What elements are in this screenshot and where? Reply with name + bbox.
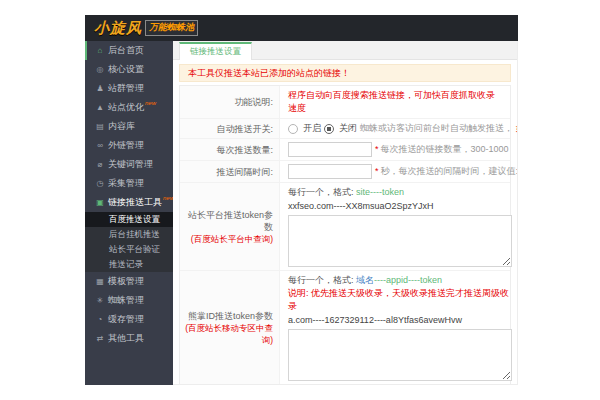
format-prefix: 每行一个，格式: <box>288 275 356 285</box>
spider-icon: ✳ <box>95 291 105 310</box>
token-example: xxfseo.com----XX8msuaO2SpzYJxH <box>288 200 512 213</box>
form-row-push-interval: 推送间隔时间: *秒，每次推送的间隔时间，建议值: 60-300 <box>180 161 510 183</box>
submenu-item-push-records[interactable]: 推送记录 <box>85 257 173 272</box>
tab-link-push-settings[interactable]: 链接推送设置 <box>179 42 252 60</box>
new-badge: new <box>145 100 156 106</box>
push-interval-hint: 秒，每次推送的间隔时间，建议值: 60-300 <box>381 166 518 176</box>
sidebar-nav: ⌂后台首页 ◎核心设置 ♟站群管理 ▲站点优化new ▤内容库 ∞外链管理 ⌀关… <box>85 41 173 385</box>
warning-banner: 本工具仅推送本站已添加的站点的链接！ <box>179 64 511 82</box>
sidebar-item-content-library[interactable]: ▤内容库 <box>85 117 173 136</box>
zhanzhang-token-textarea[interactable] <box>288 215 512 267</box>
required-star: * <box>375 166 379 176</box>
cache-icon: ◔ <box>95 310 105 329</box>
auto-switch-note: 蜘蛛或访客访问前台时自动触发推送， <box>360 122 513 135</box>
logo-suffix-badge: 万能蜘蛛池 <box>145 20 198 36</box>
template-icon: ▦ <box>95 272 105 291</box>
radio-on-label[interactable]: 开启 <box>303 122 321 135</box>
sidebar-item-label: 站点优化 <box>108 102 144 112</box>
format-prefix: 每行一个，格式: <box>288 187 356 197</box>
sidebar-item-label: 链接推送工具 <box>108 197 162 207</box>
submenu-item-baidu-push-settings[interactable]: 百度推送设置 <box>85 212 173 227</box>
function-desc-text: 程序自动向百度搜索推送链接，可加快百度抓取收录速度 <box>288 89 502 115</box>
sidebar-item-templates[interactable]: ▦模板管理 <box>85 272 173 291</box>
sidebar-item-core-settings[interactable]: ◎核心设置 <box>85 60 173 79</box>
format-domain: 域名 <box>356 275 374 285</box>
xiongzhang-note: 说明: 优先推送天级收录，天级收录推送完才推送周级收录 <box>288 287 512 313</box>
token-example: a.com----1627329112----al8Ytfas6avewHvw <box>288 314 512 327</box>
sidebar-item-keywords[interactable]: ⌀关键词管理 <box>85 155 173 174</box>
xiongzhang-token-textarea[interactable] <box>288 329 512 381</box>
sidebar-item-site-optimize[interactable]: ▲站点优化new <box>85 98 173 117</box>
zhanzhang-token-label: 站长平台推送token参数 <box>182 209 273 233</box>
field-label: 推送间隔时间: <box>180 161 280 182</box>
keyword-icon: ⌀ <box>95 155 105 174</box>
submenu-item-backend-hangup-push[interactable]: 后台挂机推送 <box>85 227 173 242</box>
sidebar-item-site-group[interactable]: ♟站群管理 <box>85 79 173 98</box>
users-icon: ♟ <box>95 79 105 98</box>
sidebar-item-cache[interactable]: ◔缓存管理 <box>85 310 173 329</box>
sidebar-item-label: 关键词管理 <box>108 159 153 169</box>
sidebar-item-label: 模板管理 <box>108 276 144 286</box>
radio-off[interactable] <box>324 124 334 134</box>
xiongzhang-token-sublabel: (百度站长移动专区中查询) <box>182 322 273 346</box>
chart-icon: ▲ <box>95 98 105 117</box>
sidebar-item-label: 站群管理 <box>108 83 144 93</box>
sidebar-item-label: 其他工具 <box>108 333 144 343</box>
tools-icon: ⇄ <box>95 329 105 348</box>
sidebar-item-label: 外链管理 <box>108 140 144 150</box>
push-count-hint: 每次推送的链接数量，300-1000 <box>381 144 509 154</box>
admin-app: 小旋风 万能蜘蛛池 ⌂后台首页 ◎核心设置 ♟站群管理 ▲站点优化new ▤内容… <box>85 15 518 385</box>
main-content: 链接推送设置 本工具仅推送本站已添加的站点的链接！ 功能说明: 程序自动向百度搜… <box>173 41 518 385</box>
form-row-zhanzhang-token: 站长平台推送token参数 (百度站长平台中查询) 每行一个，格式: site-… <box>180 183 510 271</box>
form-row-auto-switch: 自动推送开关: 开启 关闭 蜘蛛或访客访问前台时自动触发推送，如造成服务器卡顿，… <box>180 119 510 139</box>
sidebar-item-label: 核心设置 <box>108 64 144 74</box>
zhanzhang-token-sublabel: (百度站长平台中查询) <box>182 233 273 245</box>
field-label: 自动推送开关: <box>180 119 280 138</box>
field-label: 每次推送数量: <box>180 139 280 160</box>
sidebar-item-other-tools[interactable]: ⇄其他工具 <box>85 329 173 348</box>
sidebar-item-external-links[interactable]: ∞外链管理 <box>85 136 173 155</box>
form-row-function-desc: 功能说明: 程序自动向百度搜索推送链接，可加快百度抓取收录速度 <box>180 86 510 119</box>
collect-icon: ◷ <box>95 174 105 193</box>
settings-form: 功能说明: 程序自动向百度搜索推送链接，可加快百度抓取收录速度 自动推送开关: … <box>179 85 511 385</box>
sidebar-item-label: 缓存管理 <box>108 314 144 324</box>
radio-on[interactable] <box>288 124 298 134</box>
sidebar-item-label: 内容库 <box>108 121 135 131</box>
field-label: 功能说明: <box>180 86 280 118</box>
link-icon: ∞ <box>95 136 105 155</box>
push-count-input[interactable] <box>288 142 372 157</box>
sidebar-item-label: 后台首页 <box>108 45 144 55</box>
auto-switch-warning: 如造成服务器卡顿，可使用手动挂机 <box>516 122 518 135</box>
sidebar-item-dashboard[interactable]: ⌂后台首页 <box>85 41 173 60</box>
format-code: site----token <box>356 187 404 197</box>
new-badge: new <box>163 195 173 201</box>
required-star: * <box>375 144 379 154</box>
radio-off-label[interactable]: 关闭 <box>339 122 357 135</box>
push-interval-input[interactable] <box>288 164 372 179</box>
sidebar-submenu: 百度推送设置 后台挂机推送 站长平台验证 推送记录 <box>85 212 173 272</box>
sidebar-item-label: 蜘蛛管理 <box>108 295 144 305</box>
push-icon: ▣ <box>95 193 105 212</box>
form-row-push-count: 每次推送数量: *每次推送的链接数量，300-1000 <box>180 139 510 161</box>
submenu-item-webmaster-verify[interactable]: 站长平台验证 <box>85 242 173 257</box>
library-icon: ▤ <box>95 117 105 136</box>
tab-bar: 链接推送设置 <box>173 41 517 60</box>
format-code: ----appid----token <box>374 275 442 285</box>
sidebar-item-link-push-tools[interactable]: ▣链接推送工具new <box>85 193 173 212</box>
gear-icon: ◎ <box>95 60 105 79</box>
xiongzhang-token-label: 熊掌ID推送token参数 <box>182 310 273 322</box>
logo-brand: 小旋风 <box>94 19 142 38</box>
form-row-xiongzhang-token: 熊掌ID推送token参数 (百度站长移动专区中查询) 每行一个，格式: 域名-… <box>180 271 510 385</box>
home-icon: ⌂ <box>95 41 105 60</box>
sidebar-item-label: 采集管理 <box>108 178 144 188</box>
sidebar-item-collection[interactable]: ◷采集管理 <box>85 174 173 193</box>
top-header: 小旋风 万能蜘蛛池 <box>85 15 518 41</box>
sidebar-item-spider[interactable]: ✳蜘蛛管理 <box>85 291 173 310</box>
